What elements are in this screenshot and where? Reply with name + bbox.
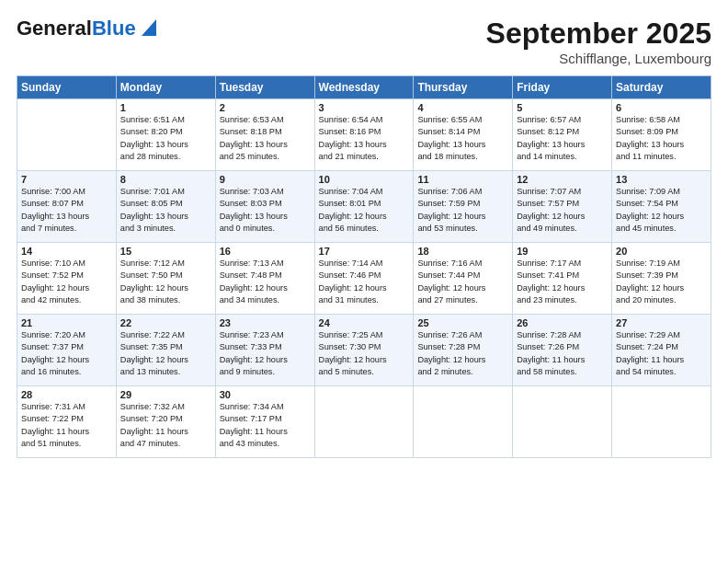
header-cell-tuesday: Tuesday	[215, 76, 314, 99]
cell-line: Sunrise: 6:54 AM	[319, 114, 410, 126]
cell-line: and 56 minutes.	[319, 223, 410, 235]
cell-line: Daylight: 11 hours	[517, 354, 608, 366]
calendar-header: SundayMondayTuesdayWednesdayThursdayFrid…	[17, 76, 711, 99]
cell-line: Sunset: 7:35 PM	[120, 341, 211, 353]
cell-line: and 45 minutes.	[616, 223, 707, 235]
cell-line: Sunset: 7:20 PM	[120, 413, 211, 425]
week-row-4: 21Sunrise: 7:20 AMSunset: 7:37 PMDayligh…	[17, 315, 711, 386]
cell-line: and 28 minutes.	[120, 151, 211, 163]
cell-line: Sunrise: 7:13 AM	[220, 258, 311, 270]
cell-line: Daylight: 11 hours	[616, 354, 707, 366]
header-cell-thursday: Thursday	[414, 76, 513, 99]
svg-marker-0	[142, 19, 156, 36]
cell-line: Sunset: 8:03 PM	[220, 198, 311, 210]
cell-line: and 5 minutes.	[319, 366, 410, 378]
calendar-cell: 30Sunrise: 7:34 AMSunset: 7:17 PMDayligh…	[215, 386, 314, 458]
cell-line: Sunset: 7:59 PM	[417, 198, 508, 210]
cell-line: Daylight: 12 hours	[319, 211, 410, 223]
cell-line: Sunset: 7:50 PM	[120, 270, 211, 282]
calendar-cell: 2Sunrise: 6:53 AMSunset: 8:18 PMDaylight…	[215, 99, 314, 171]
cell-line: Daylight: 12 hours	[21, 282, 112, 294]
calendar-cell: 23Sunrise: 7:23 AMSunset: 7:33 PMDayligh…	[215, 315, 314, 386]
day-number: 19	[517, 246, 608, 257]
cell-line: Sunrise: 7:31 AM	[21, 401, 112, 413]
header-cell-sunday: Sunday	[17, 76, 117, 99]
day-number: 15	[120, 246, 211, 257]
cell-line: and 18 minutes.	[417, 151, 508, 163]
cell-line: Daylight: 13 hours	[120, 139, 211, 151]
cell-line: and 42 minutes.	[21, 294, 112, 306]
cell-line: Sunset: 7:24 PM	[616, 341, 707, 353]
cell-line: Daylight: 12 hours	[220, 354, 311, 366]
day-number: 1	[120, 102, 211, 113]
day-number: 14	[21, 246, 112, 257]
cell-line: Sunset: 8:01 PM	[319, 198, 410, 210]
cell-content: Sunrise: 7:01 AMSunset: 8:05 PMDaylight:…	[120, 186, 211, 235]
cell-content: Sunrise: 6:54 AMSunset: 8:16 PMDaylight:…	[319, 114, 410, 163]
cell-line: Daylight: 12 hours	[21, 354, 112, 366]
cell-content: Sunrise: 7:23 AMSunset: 7:33 PMDaylight:…	[220, 329, 311, 378]
calendar-cell: 20Sunrise: 7:19 AMSunset: 7:39 PMDayligh…	[612, 243, 711, 315]
calendar-cell: 1Sunrise: 6:51 AMSunset: 8:20 PMDaylight…	[116, 99, 215, 171]
calendar-cell: 26Sunrise: 7:28 AMSunset: 7:26 PMDayligh…	[513, 315, 612, 386]
cell-content: Sunrise: 7:20 AMSunset: 7:37 PMDaylight:…	[21, 329, 112, 378]
cell-line: and 27 minutes.	[417, 294, 508, 306]
cell-line: and 49 minutes.	[517, 223, 608, 235]
cell-line: Sunset: 8:09 PM	[616, 126, 707, 138]
cell-line: Sunrise: 7:16 AM	[417, 258, 508, 270]
cell-line: Sunrise: 7:00 AM	[21, 186, 112, 198]
week-row-3: 14Sunrise: 7:10 AMSunset: 7:52 PMDayligh…	[17, 243, 711, 315]
calendar-cell	[612, 386, 711, 458]
cell-line: Sunset: 7:48 PM	[220, 270, 311, 282]
week-row-2: 7Sunrise: 7:00 AMSunset: 8:07 PMDaylight…	[17, 171, 711, 243]
cell-line: Sunrise: 6:57 AM	[517, 114, 608, 126]
cell-line: Sunrise: 6:55 AM	[417, 114, 508, 126]
cell-content: Sunrise: 7:16 AMSunset: 7:44 PMDaylight:…	[417, 258, 508, 306]
day-number: 7	[21, 174, 112, 185]
cell-content: Sunrise: 7:22 AMSunset: 7:35 PMDaylight:…	[120, 329, 211, 378]
calendar-cell: 7Sunrise: 7:00 AMSunset: 8:07 PMDaylight…	[17, 171, 117, 243]
cell-line: Daylight: 12 hours	[220, 282, 311, 294]
cell-line: Sunset: 8:18 PM	[220, 126, 311, 138]
cell-line: Sunset: 7:17 PM	[220, 413, 311, 425]
cell-line: and 16 minutes.	[21, 366, 112, 378]
cell-line: and 14 minutes.	[517, 151, 608, 163]
calendar-cell: 3Sunrise: 6:54 AMSunset: 8:16 PMDaylight…	[314, 99, 414, 171]
cell-line: Sunset: 7:28 PM	[417, 341, 508, 353]
cell-line: Sunrise: 7:28 AM	[517, 329, 608, 341]
cell-line: Sunset: 8:12 PM	[517, 126, 608, 138]
cell-line: and 51 minutes.	[21, 438, 112, 450]
logo: General Blue	[17, 17, 156, 40]
calendar-cell: 25Sunrise: 7:26 AMSunset: 7:28 PMDayligh…	[414, 315, 513, 386]
cell-line: Sunset: 8:05 PM	[120, 198, 211, 210]
cell-line: Daylight: 13 hours	[319, 139, 410, 151]
cell-line: and 23 minutes.	[517, 294, 608, 306]
cell-line: Sunset: 7:39 PM	[616, 270, 707, 282]
day-number: 2	[220, 102, 311, 113]
calendar-cell: 5Sunrise: 6:57 AMSunset: 8:12 PMDaylight…	[513, 99, 612, 171]
day-number: 30	[220, 389, 311, 400]
header-cell-monday: Monday	[116, 76, 215, 99]
cell-line: Sunset: 8:16 PM	[319, 126, 410, 138]
cell-line: Sunset: 7:44 PM	[417, 270, 508, 282]
cell-content: Sunrise: 7:19 AMSunset: 7:39 PMDaylight:…	[616, 258, 707, 306]
header: General Blue September 2025 Schifflange,…	[17, 17, 711, 66]
cell-line: and 53 minutes.	[417, 223, 508, 235]
cell-content: Sunrise: 6:51 AMSunset: 8:20 PMDaylight:…	[120, 114, 211, 163]
cell-line: Daylight: 12 hours	[120, 354, 211, 366]
calendar-cell: 11Sunrise: 7:06 AMSunset: 7:59 PMDayligh…	[414, 171, 513, 243]
cell-line: and 21 minutes.	[319, 151, 410, 163]
week-row-5: 28Sunrise: 7:31 AMSunset: 7:22 PMDayligh…	[17, 386, 711, 458]
calendar-cell: 22Sunrise: 7:22 AMSunset: 7:35 PMDayligh…	[116, 315, 215, 386]
title-block: September 2025 Schifflange, Luxembourg	[486, 17, 711, 66]
cell-line: Sunrise: 7:34 AM	[220, 401, 311, 413]
cell-content: Sunrise: 6:55 AMSunset: 8:14 PMDaylight:…	[417, 114, 508, 163]
cell-content: Sunrise: 6:53 AMSunset: 8:18 PMDaylight:…	[220, 114, 311, 163]
cell-line: Sunset: 7:33 PM	[220, 341, 311, 353]
calendar-cell	[513, 386, 612, 458]
cell-line: Sunrise: 7:04 AM	[319, 186, 410, 198]
day-number: 9	[220, 174, 311, 185]
day-number: 10	[319, 174, 410, 185]
cell-line: Daylight: 11 hours	[120, 426, 211, 438]
cell-line: Daylight: 13 hours	[21, 211, 112, 223]
